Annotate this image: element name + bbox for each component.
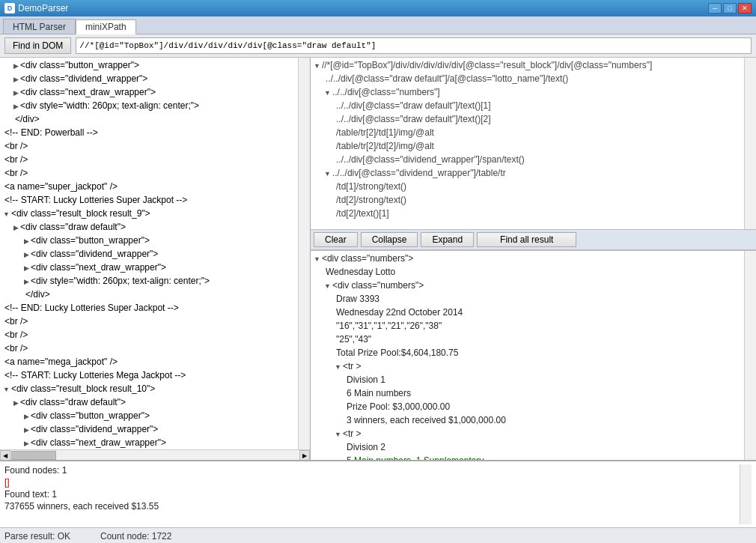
tree-node: ▶<div class="button_wrapper">	[0, 59, 298, 73]
right-top-tree[interactable]: ▼//*[@id="TopBox"]/div/div/div/div/div[@…	[311, 58, 744, 229]
right-results-section: ▼<div class="numbers"> Wednesday Lotto▼<…	[311, 250, 756, 460]
scroll-left-arrow[interactable]: ◀	[0, 450, 10, 460]
result-node: ▼<div class="numbers">	[311, 252, 744, 266]
tree-node: ▶<div class="draw default">	[0, 221, 298, 234]
result-node: Draw 3393	[311, 293, 744, 306]
right-top-scrollbar-v[interactable]	[744, 58, 756, 229]
count-node: Count node: 1722	[100, 531, 171, 542]
tree-node: ▶<div class="dividend_wrapper">	[0, 248, 298, 261]
parse-result: Parse result: OK	[4, 531, 70, 542]
result-node: 6 Main numbers	[311, 387, 744, 401]
toolbar: Find in DOM	[0, 34, 756, 58]
result-node: 5 Main numbers, 1 Supplementary	[311, 455, 744, 460]
left-scrollbar-h[interactable]: ◀ ▶	[0, 449, 310, 460]
window-controls: ─ □ ✕	[708, 3, 752, 13]
tree-node: <br />	[0, 167, 298, 181]
tree-node: ▼<div class="result_block result_10">	[0, 383, 298, 396]
tree-node: /td[2]/strong/text()	[311, 194, 744, 207]
tree-node: ▶<div class="button_wrapper">	[0, 234, 298, 248]
left-tree[interactable]: ▶<div class="button_wrapper">▶<div class…	[0, 58, 298, 449]
tree-node: ../../div[@class="draw default"]/text()[…	[311, 100, 744, 113]
scroll-right-arrow[interactable]: ▶	[299, 450, 310, 460]
status-bar: Parse result: OK Count node: 1722	[0, 527, 756, 543]
tree-node: <br />	[0, 329, 298, 342]
tree-node: /td[1]/strong/text()	[311, 181, 744, 194]
tree-node: <!-- END: Powerball -->	[0, 127, 298, 140]
right-results-scrollbar-v[interactable]	[744, 251, 756, 460]
expand-button[interactable]: Expand	[421, 232, 474, 247]
result-node: Total Prize Pool:$4,604,180.75	[311, 347, 744, 360]
tree-node: </div>	[0, 288, 298, 302]
left-panel: ▶<div class="button_wrapper">▶<div class…	[0, 58, 311, 460]
tree-node: ▶<div style="width: 260px; text-align: c…	[0, 100, 298, 113]
tree-node: <!-- START: Lucky Lotteries Mega Jackpot…	[0, 369, 298, 383]
tree-node: <br />	[0, 342, 298, 356]
collapse-button[interactable]: Collapse	[361, 232, 418, 247]
result-node: Wednesday 22nd October 2014	[311, 306, 744, 320]
result-node: Division 2	[311, 441, 744, 455]
tree-node: /td[2]/text()[1]	[311, 207, 744, 221]
tree-node: <br />	[0, 154, 298, 167]
result-node: "25","43"	[311, 333, 744, 347]
bottom-line2: []	[4, 476, 740, 488]
result-node: ▼<tr >	[311, 360, 744, 374]
tab-bar: HTML Parser miniXPath	[0, 16, 756, 34]
title-bar: D DemoParser ─ □ ✕	[0, 0, 756, 16]
bottom-line4: 737655 winners, each received $13.55	[4, 500, 740, 512]
tree-node: ▶<div class="next_draw_wrapper">	[0, 437, 298, 449]
bottom-scrollbar-v[interactable]	[740, 464, 752, 524]
app-title: DemoParser	[18, 3, 68, 13]
tree-node: ▶<div class="button_wrapper">	[0, 410, 298, 423]
tree-node: <a name="super_jackpot" />	[0, 181, 298, 194]
result-node: Wednesday Lotto	[311, 266, 744, 279]
result-node: ▼<tr >	[311, 428, 744, 441]
action-button-bar: Clear Collapse Expand Find all result	[311, 229, 756, 250]
tree-node: ▼//*[@id="TopBox"]/div/div/div/div/div[@…	[311, 59, 744, 73]
tree-node: ▶<div class="next_draw_wrapper">	[0, 261, 298, 275]
tab-html-parser[interactable]: HTML Parser	[3, 19, 76, 34]
tree-node: ▶<div style="width: 260px; text-align: c…	[0, 275, 298, 288]
tree-node: ../../div[@class="draw default"]/a[@clas…	[311, 73, 744, 86]
tree-node: /table/tr[2]/td[2]/img/@alt	[311, 140, 744, 154]
tree-node: ▶<div class="next_draw_wrapper">	[0, 86, 298, 100]
xpath-input[interactable]	[76, 37, 752, 54]
bottom-line1: Found nodes: 1	[4, 464, 740, 476]
result-node: "16","31","1","21","26","38"	[311, 320, 744, 333]
result-node: Prize Pool: $3,000,000.00	[311, 401, 744, 414]
tree-node: <a name="mega_jackpot" />	[0, 356, 298, 369]
tab-minixpath[interactable]: miniXPath	[76, 19, 136, 34]
result-node: 3 winners, each received $1,000,000.00	[311, 414, 744, 428]
clear-button[interactable]: Clear	[314, 232, 358, 247]
bottom-text: Found nodes: 1 [] Found text: 1 737655 w…	[4, 464, 740, 524]
result-node: Division 1	[311, 374, 744, 387]
main-content: ▶<div class="button_wrapper">▶<div class…	[0, 58, 756, 460]
tree-node: </div>	[0, 113, 298, 127]
tree-node: ▶<div class="draw default">	[0, 396, 298, 410]
bottom-bar: Found nodes: 1 [] Found text: 1 737655 w…	[0, 460, 756, 527]
left-scrollbar-v[interactable]	[298, 58, 310, 449]
tree-node: ▶<div class="dividend_wrapper">	[0, 73, 298, 86]
tree-node: ▶<div class="dividend_wrapper">	[0, 423, 298, 437]
result-node: ▼<div class="numbers">	[311, 279, 744, 293]
bottom-line3: Found text: 1	[4, 488, 740, 500]
left-tree-scroll: ▶<div class="button_wrapper">▶<div class…	[0, 58, 310, 449]
right-panel: ▼//*[@id="TopBox"]/div/div/div/div/div[@…	[311, 58, 756, 460]
tree-node: <br />	[0, 315, 298, 329]
tree-node: ../../div[@class="dividend_wrapper"]/spa…	[311, 154, 744, 167]
maximize-button[interactable]: □	[723, 3, 737, 13]
tree-node: ../../div[@class="draw default"]/text()[…	[311, 113, 744, 127]
tree-node: ▼../../div[@class="dividend_wrapper"]/ta…	[311, 167, 744, 181]
tree-node: <!-- START: Lucky Lotteries Super Jackpo…	[0, 194, 298, 207]
right-top-section: ▼//*[@id="TopBox"]/div/div/div/div/div[@…	[311, 58, 756, 229]
tree-node: <!-- END: Lucky Lotteries Super Jackpot …	[0, 302, 298, 315]
tree-node: /table/tr[2]/td[1]/img/@alt	[311, 127, 744, 140]
results-tree[interactable]: ▼<div class="numbers"> Wednesday Lotto▼<…	[311, 251, 744, 460]
tree-node: ▼<div class="result_block result_9">	[0, 207, 298, 221]
find-all-result-button[interactable]: Find all result	[477, 232, 576, 247]
app-icon: D	[4, 3, 15, 13]
tree-node: ▼../../div[@class="numbers"]	[311, 86, 744, 100]
minimize-button[interactable]: ─	[708, 3, 722, 13]
tree-node: <br />	[0, 140, 298, 154]
close-button[interactable]: ✕	[738, 3, 752, 13]
find-in-dom-button[interactable]: Find in DOM	[4, 37, 71, 54]
